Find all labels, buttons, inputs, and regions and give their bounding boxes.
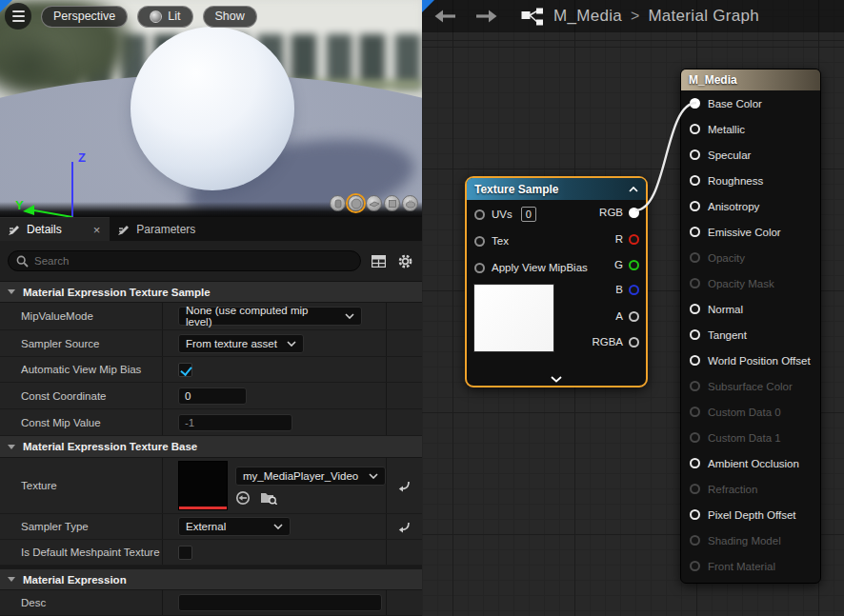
pin-front-material[interactable] bbox=[690, 561, 700, 571]
lit-mode-button[interactable]: Lit bbox=[137, 6, 192, 28]
pin-base-color[interactable] bbox=[690, 98, 700, 109]
preview-mesh-sphere-button[interactable] bbox=[348, 195, 364, 211]
pin-r[interactable] bbox=[629, 234, 639, 245]
material-preview-viewport[interactable]: Perspective Lit Show Z Y bbox=[0, 0, 422, 217]
back-button[interactable] bbox=[430, 4, 462, 29]
pin-rgba[interactable] bbox=[629, 337, 639, 348]
texture-sample-node-header[interactable]: Texture Sample bbox=[467, 178, 646, 200]
pin-a[interactable] bbox=[629, 311, 639, 322]
pin-pixel-depth-offset[interactable] bbox=[690, 509, 700, 520]
details-settings-button[interactable] bbox=[395, 251, 414, 270]
tab-parameters[interactable]: Parameters bbox=[110, 217, 205, 241]
reset-to-default-icon[interactable] bbox=[397, 480, 412, 492]
pin-g[interactable] bbox=[629, 260, 639, 270]
pin-b[interactable] bbox=[629, 285, 639, 295]
const-coordinate-input[interactable] bbox=[178, 387, 247, 405]
property-label: Const Coordinate bbox=[0, 383, 162, 408]
show-button[interactable]: Show bbox=[203, 6, 257, 28]
graph-header: M_Media > Material Graph bbox=[422, 0, 844, 32]
property-label: Is Default Meshpaint Texture bbox=[0, 540, 162, 565]
pin-ambient-occlusion[interactable] bbox=[690, 458, 700, 468]
property-row-is-default-meshpaint-texture: Is Default Meshpaint Texture bbox=[0, 540, 422, 566]
material-graph-canvas[interactable]: M_Media > Material Graph Texture Sample … bbox=[422, 0, 844, 616]
pin-emissive-color[interactable] bbox=[690, 227, 700, 237]
section-material-expression-texture-sample[interactable]: Material Expression Texture Sample bbox=[0, 282, 422, 303]
pin-metallic[interactable] bbox=[690, 124, 700, 134]
output-pin-a: A bbox=[615, 307, 639, 326]
uvs-coord-index-box[interactable]: 0 bbox=[521, 207, 536, 222]
pin-uvs[interactable] bbox=[474, 209, 485, 220]
m-media-node-header[interactable]: M_Media bbox=[681, 70, 820, 90]
graph-hierarchy-icon bbox=[521, 8, 544, 26]
section-title: Material Expression Texture Base bbox=[23, 441, 197, 452]
forward-button[interactable] bbox=[470, 4, 502, 29]
pin-specular[interactable] bbox=[690, 149, 700, 160]
texture-asset-thumbnail[interactable] bbox=[178, 461, 228, 510]
pin-subsurface-color[interactable] bbox=[690, 381, 700, 391]
chevron-down-icon bbox=[345, 313, 354, 319]
browse-to-asset-icon[interactable] bbox=[260, 490, 278, 505]
preview-mesh-cube-button[interactable] bbox=[384, 195, 400, 211]
pin-world-position-offset[interactable] bbox=[690, 355, 700, 366]
is-default-meshpaint-texture-checkbox[interactable] bbox=[178, 546, 192, 560]
property-label: Desc bbox=[0, 590, 162, 615]
tab-details[interactable]: Details × bbox=[0, 217, 110, 241]
search-input[interactable] bbox=[34, 255, 352, 267]
material-pin-subsurface-color: Subsurface Color bbox=[681, 373, 820, 399]
reset-to-default-icon[interactable] bbox=[397, 521, 412, 533]
pin-shading-model[interactable] bbox=[690, 535, 700, 546]
mip-value-mode-dropdown[interactable]: None (use computed mip level) bbox=[178, 307, 362, 326]
search-box[interactable] bbox=[8, 250, 361, 271]
pin-anisotropy[interactable] bbox=[690, 201, 700, 211]
tab-close-icon[interactable]: × bbox=[93, 224, 101, 236]
material-pin-roughness: Roughness bbox=[681, 168, 820, 193]
const-mip-value-input[interactable] bbox=[178, 414, 292, 431]
details-panel: Details × Parameters bbox=[0, 217, 422, 616]
details-tabbar: Details × Parameters bbox=[0, 217, 422, 241]
property-label: MipValueMode bbox=[0, 303, 162, 329]
output-pin-rgb: RGB bbox=[599, 203, 639, 222]
perspective-button[interactable]: Perspective bbox=[41, 6, 128, 28]
automatic-view-mip-bias-checkbox[interactable] bbox=[178, 363, 192, 377]
section-material-expression[interactable]: Material Expression bbox=[0, 566, 422, 590]
sampler-source-dropdown[interactable]: From texture asset bbox=[178, 334, 304, 353]
preview-sphere-mesh bbox=[131, 27, 294, 190]
pin-opacity-mask[interactable] bbox=[690, 278, 700, 288]
material-pin-anisotropy: Anisotropy bbox=[681, 193, 820, 219]
axis-gizmo-lines bbox=[15, 149, 101, 217]
pin-tex[interactable] bbox=[474, 236, 485, 247]
output-pin-rgba: RGBA bbox=[592, 332, 639, 351]
active-panel-corner-indicator bbox=[422, 0, 434, 12]
breadcrumb-root[interactable]: M_Media bbox=[553, 7, 622, 26]
preview-mesh-cylinder-button[interactable] bbox=[330, 195, 346, 211]
pin-opacity[interactable] bbox=[690, 252, 700, 263]
section-material-expression-texture-base[interactable]: Material Expression Texture Base bbox=[0, 436, 422, 458]
preview-mesh-plane-button[interactable] bbox=[366, 195, 382, 211]
section-collapse-icon bbox=[8, 289, 15, 294]
pin-roughness[interactable] bbox=[690, 175, 700, 186]
expand-chevron-down-icon[interactable] bbox=[551, 376, 562, 383]
sampler-type-dropdown[interactable]: External bbox=[178, 517, 291, 536]
pin-label: RGB bbox=[599, 207, 623, 218]
section-title: Material Expression Texture Sample bbox=[23, 287, 211, 298]
pin-normal[interactable] bbox=[690, 304, 700, 314]
pin-rgb[interactable] bbox=[629, 208, 639, 218]
preview-mesh-buttons bbox=[330, 195, 418, 211]
pin-apply-view-mipbias[interactable] bbox=[474, 263, 485, 273]
property-label: Const Mip Value bbox=[0, 409, 162, 435]
display-filter-button[interactable] bbox=[369, 251, 388, 270]
pin-refraction[interactable] bbox=[690, 484, 700, 494]
m-media-result-node[interactable]: M_Media Base Color Metallic Specular Rou… bbox=[680, 69, 821, 584]
preview-mesh-teapot-button[interactable] bbox=[402, 195, 418, 211]
m-media-pin-list: Base Color Metallic Specular Roughness A… bbox=[681, 90, 820, 579]
texture-sample-node[interactable]: Texture Sample UVs 0 Tex Apply View MipB… bbox=[465, 176, 648, 387]
dropdown-value: my_MediaPlayer_Video bbox=[243, 470, 358, 482]
texture-asset-dropdown[interactable]: my_MediaPlayer_Video bbox=[235, 467, 386, 486]
pin-custom-data-1[interactable] bbox=[690, 432, 700, 443]
pin-tangent[interactable] bbox=[690, 329, 700, 340]
desc-input[interactable] bbox=[178, 594, 382, 611]
pin-label: R bbox=[615, 233, 623, 245]
pin-custom-data-0[interactable] bbox=[690, 407, 700, 417]
collapse-chevron-up-icon[interactable] bbox=[629, 187, 638, 192]
use-selected-asset-icon[interactable] bbox=[235, 490, 251, 506]
